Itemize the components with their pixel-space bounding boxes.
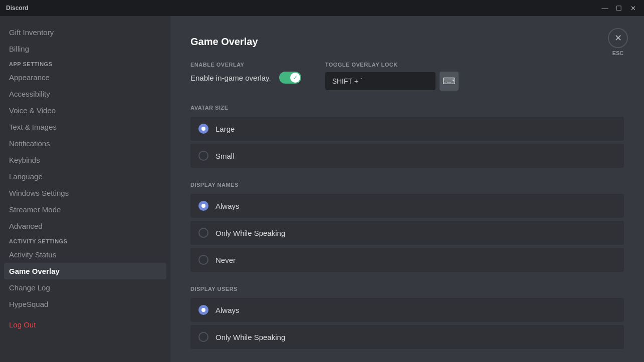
- top-settings-row: ENABLE OVERLAY Enable in-game overlay. ✓…: [190, 62, 624, 91]
- avatar-size-label: AVATAR SIZE: [190, 105, 624, 111]
- toggle-overlay-lock-col: TOGGLE OVERLAY LOCK ⌨: [325, 62, 459, 91]
- radio-users-speaking-circle: [198, 332, 208, 342]
- sidebar-item-appearance[interactable]: Appearance: [4, 69, 166, 86]
- radio-names-always-label: Always: [216, 202, 240, 210]
- display-names-only-speaking[interactable]: Only While Speaking: [190, 221, 624, 245]
- sidebar-item-notifications[interactable]: Notifications: [4, 135, 166, 152]
- sidebar-item-accessibility[interactable]: Accessibility: [4, 86, 166, 102]
- enable-overlay-row: Enable in-game overlay. ✓: [190, 72, 301, 84]
- sidebar-item-advanced[interactable]: Advanced: [4, 218, 166, 234]
- radio-large-label: Large: [216, 125, 235, 133]
- esc-circle-icon: ✕: [608, 28, 628, 48]
- display-names-never[interactable]: Never: [190, 248, 624, 272]
- enable-overlay-toggle[interactable]: ✓: [279, 72, 301, 84]
- app-body: Gift Inventory Billing APP SETTINGS Appe…: [0, 16, 644, 362]
- display-users-section: DISPLAY USERS Always Only While Speaking: [190, 286, 624, 349]
- sidebar-item-windows-settings[interactable]: Windows Settings: [4, 185, 166, 201]
- display-names-section: DISPLAY NAMES Always Only While Speaking…: [190, 182, 624, 272]
- minimize-button[interactable]: —: [600, 3, 610, 13]
- display-names-always[interactable]: Always: [190, 194, 624, 218]
- sidebar-item-keybinds[interactable]: Keybinds: [4, 152, 166, 168]
- sidebar-item-activity-status[interactable]: Activity Status: [4, 246, 166, 263]
- keybind-input[interactable]: [325, 72, 436, 90]
- display-users-label: DISPLAY USERS: [190, 286, 624, 292]
- sidebar-item-change-log[interactable]: Change Log: [4, 279, 166, 296]
- sidebar-item-voice-video[interactable]: Voice & Video: [4, 102, 166, 119]
- enable-overlay-col: ENABLE OVERLAY Enable in-game overlay. ✓: [190, 62, 301, 91]
- toggle-knob: ✓: [290, 73, 300, 83]
- radio-small-label: Small: [216, 152, 235, 160]
- sidebar-item-streamer-mode[interactable]: Streamer Mode: [4, 201, 166, 218]
- maximize-button[interactable]: ☐: [614, 3, 624, 13]
- radio-names-never-label: Never: [216, 256, 236, 264]
- radio-users-always-circle: [198, 305, 208, 315]
- radio-users-always-label: Always: [216, 306, 240, 314]
- main-panel: ✕ ESC Game Overlay ENABLE OVERLAY Enable…: [170, 16, 644, 362]
- esc-label: ESC: [612, 50, 624, 56]
- display-users-always[interactable]: Always: [190, 298, 624, 322]
- sidebar-item-language[interactable]: Language: [4, 168, 166, 185]
- sidebar-item-gift-inventory[interactable]: Gift Inventory: [4, 24, 166, 41]
- keyboard-icon-button[interactable]: ⌨: [440, 72, 459, 91]
- sidebar-item-logout[interactable]: Log Out: [4, 316, 166, 333]
- window-controls: — ☐ ✕: [600, 3, 638, 13]
- sidebar-item-hypesquad[interactable]: HypeSquad: [4, 296, 166, 312]
- close-button[interactable]: ✕: [628, 3, 638, 13]
- app-title: Discord: [6, 5, 29, 12]
- radio-names-speaking-label: Only While Speaking: [216, 229, 285, 237]
- enable-overlay-description: Enable in-game overlay.: [190, 74, 271, 82]
- enable-overlay-label: ENABLE OVERLAY: [190, 62, 301, 68]
- avatar-size-section: AVATAR SIZE Large Small: [190, 105, 624, 168]
- sidebar-item-billing[interactable]: Billing: [4, 41, 166, 57]
- sidebar-section-app-settings: APP SETTINGS: [4, 57, 166, 69]
- page-title: Game Overlay: [190, 36, 624, 48]
- display-users-only-speaking[interactable]: Only While Speaking: [190, 325, 624, 349]
- avatar-size-small[interactable]: Small: [190, 144, 624, 168]
- radio-names-never-circle: [198, 255, 208, 265]
- sidebar-section-activity-settings: ACTIVITY SETTINGS: [4, 234, 166, 246]
- radio-large-circle: [198, 124, 208, 134]
- display-names-label: DISPLAY NAMES: [190, 182, 624, 188]
- esc-button[interactable]: ✕ ESC: [608, 28, 628, 56]
- avatar-size-large[interactable]: Large: [190, 117, 624, 141]
- key-input-row: ⌨: [325, 72, 459, 91]
- radio-names-always-circle: [198, 201, 208, 211]
- radio-small-circle: [198, 151, 208, 161]
- radio-users-speaking-label: Only While Speaking: [216, 333, 285, 341]
- sidebar-item-game-overlay[interactable]: Game Overlay: [4, 263, 166, 279]
- sidebar: Gift Inventory Billing APP SETTINGS Appe…: [0, 16, 170, 362]
- toggle-overlay-lock-label: TOGGLE OVERLAY LOCK: [325, 62, 459, 68]
- sidebar-item-text-images[interactable]: Text & Images: [4, 119, 166, 135]
- titlebar: Discord — ☐ ✕: [0, 0, 644, 16]
- radio-names-speaking-circle: [198, 228, 208, 238]
